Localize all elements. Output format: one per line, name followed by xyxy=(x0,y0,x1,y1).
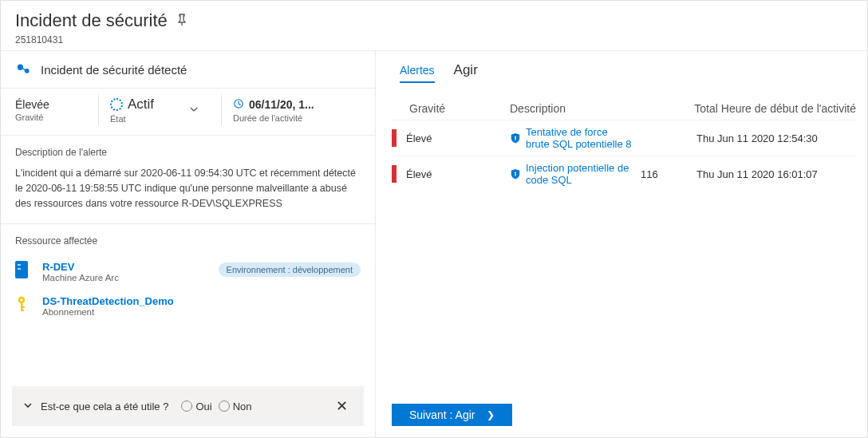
row-time: Thu Jun 11 2020 16:01:07 xyxy=(696,168,856,180)
incident-icon xyxy=(15,61,33,78)
feedback-yes-radio[interactable] xyxy=(181,401,192,412)
row-severity: Élevé xyxy=(406,132,502,144)
resource-type: Abonnement xyxy=(42,307,361,317)
next-button[interactable]: Suivant : Agir ❯ xyxy=(392,404,512,426)
table-row[interactable]: Élevé Injection potentielle de code SQL … xyxy=(392,156,856,191)
svg-rect-11 xyxy=(515,138,515,140)
tab-act[interactable]: Agir xyxy=(454,62,478,83)
row-time: Thu Jun 11 2020 12:54:30 xyxy=(696,132,856,144)
pin-icon[interactable] xyxy=(176,14,188,29)
affected-heading: Ressource affectée xyxy=(15,235,361,247)
alerts-table: Gravité Description Total Heure de début… xyxy=(376,83,867,191)
incident-id: 251810431 xyxy=(15,34,853,45)
feedback-no-radio[interactable] xyxy=(219,401,230,412)
feedback-yes-label: Oui xyxy=(195,401,211,412)
severity-bar xyxy=(392,165,397,183)
svg-rect-13 xyxy=(515,174,515,176)
feedback-no-label: Non xyxy=(233,401,252,412)
severity-bar xyxy=(392,129,397,147)
status-duration: 06/11/20, 1... Durée de l'activité xyxy=(233,92,361,128)
page-header: Incident de sécurité 251810431 xyxy=(1,1,867,50)
duration-label: Durée de l'activité xyxy=(233,113,361,123)
resource-type: Machine Azure Arc xyxy=(42,273,209,282)
alert-desc-heading: Description de l'alerte xyxy=(15,147,361,158)
status-state-dropdown[interactable]: Actif État xyxy=(110,92,210,128)
row-severity: Élevé xyxy=(406,168,502,180)
resource-item: R-DEV Machine Azure Arc Environnement : … xyxy=(15,255,361,289)
col-total-time: Total Heure de début de l'activité xyxy=(641,102,856,115)
state-value: Actif xyxy=(128,97,154,112)
resource-link[interactable]: DS-ThreatDetection_Demo xyxy=(42,295,361,307)
incident-banner-text: Incident de sécurité détecté xyxy=(41,63,187,77)
tabs: Alertes Agir xyxy=(376,51,867,83)
resource-item: DS-ThreatDetection_Demo Abonnement xyxy=(15,289,361,323)
page-title: Incident de sécurité xyxy=(15,10,168,31)
alert-desc-text: L'incident qui a démarré sur 2020-06-11 … xyxy=(15,166,361,211)
svg-point-2 xyxy=(25,69,30,73)
shield-icon xyxy=(510,132,521,144)
env-tag: Environnement : développement xyxy=(219,262,361,277)
feedback-bar: Est-ce que cela a été utile ? Oui Non ✕ xyxy=(12,386,364,426)
row-description-link[interactable]: Tentative de force brute SQL potentielle… xyxy=(526,126,633,150)
server-icon xyxy=(15,261,33,278)
shield-icon xyxy=(510,168,521,180)
status-row: Élevée Gravité Actif État xyxy=(1,88,375,136)
svg-point-12 xyxy=(515,172,516,174)
col-severity: Gravité xyxy=(406,102,502,115)
svg-point-10 xyxy=(515,136,516,138)
incident-banner: Incident de sécurité détecté xyxy=(1,51,375,88)
svg-rect-8 xyxy=(21,306,25,308)
svg-rect-9 xyxy=(21,310,24,311)
state-label: État xyxy=(110,114,154,124)
close-icon[interactable]: ✕ xyxy=(331,397,353,415)
feedback-question: Est-ce que cela a été utile ? xyxy=(41,401,168,412)
chevron-right-icon: ❯ xyxy=(487,409,495,420)
svg-point-6 xyxy=(20,299,22,302)
row-description-link[interactable]: Injection potentielle de code SQL xyxy=(526,162,633,186)
status-severity: Élevée Gravité xyxy=(15,92,87,128)
duration-value: 06/11/20, 1... xyxy=(249,98,314,111)
resource-link[interactable]: R-DEV xyxy=(42,261,209,273)
chevron-down-icon[interactable] xyxy=(23,401,33,412)
spinner-icon xyxy=(110,98,123,111)
tab-alerts[interactable]: Alertes xyxy=(400,64,435,83)
severity-value: Élevée xyxy=(15,98,87,111)
next-button-label: Suivant : Agir xyxy=(409,408,475,421)
clock-icon xyxy=(233,98,244,112)
table-row[interactable]: Élevé Tentative de force brute SQL poten… xyxy=(392,120,856,156)
chevron-down-icon xyxy=(189,105,210,116)
col-description: Description xyxy=(510,102,633,115)
svg-point-1 xyxy=(18,65,23,70)
severity-label: Gravité xyxy=(15,112,87,122)
key-icon xyxy=(15,295,33,315)
row-total: 116 xyxy=(641,168,688,180)
